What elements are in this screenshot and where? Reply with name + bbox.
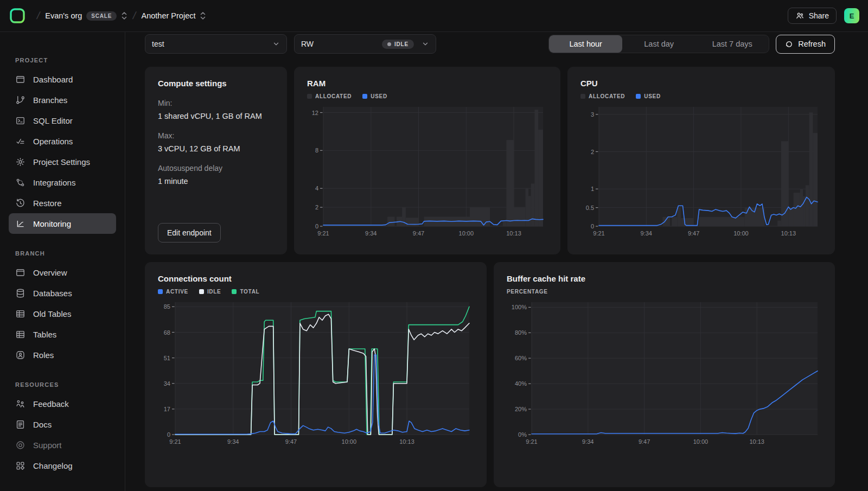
legend-swatch-icon: [307, 94, 312, 99]
sidebar-item-tables[interactable]: Tables: [9, 324, 116, 345]
refresh-label: Refresh: [798, 40, 826, 48]
settings-icon: [15, 157, 25, 167]
buffer-cache-chart: 0%20%40%60%80%100%9:219:349:4710:0010:13: [507, 299, 822, 447]
sidebar-section-title: BRANCH: [15, 250, 116, 257]
sidebar-item-roles[interactable]: Roles: [9, 345, 116, 365]
ram-chart: 0248129:219:349:4710:0010:13: [307, 104, 547, 238]
chart-title: Buffer cache hit rate: [507, 274, 822, 283]
breadcrumb-project[interactable]: Another Project: [142, 11, 207, 20]
range-tab-last-day[interactable]: Last day: [622, 35, 695, 53]
sidebar-item-old-tables[interactable]: Old Tables: [9, 303, 116, 324]
legend-item-allocated: ALLOCATED: [580, 93, 625, 99]
svg-text:9:21: 9:21: [593, 230, 604, 237]
org-name: Evan's org: [45, 11, 82, 20]
org-switcher-icon[interactable]: [121, 11, 127, 20]
operations-icon: [15, 136, 25, 146]
legend-item-active: ACTIVE: [158, 289, 188, 295]
docs-icon: [15, 419, 25, 430]
share-button[interactable]: Share: [788, 8, 837, 24]
svg-text:10:13: 10:13: [506, 230, 521, 237]
plan-badge: SCALE: [86, 11, 117, 21]
sidebar-item-dashboard[interactable]: Dashboard: [9, 69, 116, 90]
chart-legend: ALLOCATEDUSED: [580, 93, 822, 99]
sidebar-item-label: SQL Editor: [33, 116, 73, 125]
edit-endpoint-button[interactable]: Edit endpoint: [158, 223, 221, 243]
legend-label: ALLOCATED: [589, 93, 625, 99]
range-tab-last-hour[interactable]: Last hour: [549, 35, 622, 53]
range-tab-last-7-days[interactable]: Last 7 days: [695, 35, 769, 53]
endpoint-select-value: RW: [301, 40, 314, 48]
share-users-icon: [795, 11, 805, 20]
compute-row-label: Min:: [158, 99, 274, 107]
breadcrumb-separator: /: [36, 10, 41, 22]
svg-text:9:34: 9:34: [582, 438, 593, 445]
svg-text:2: 2: [591, 149, 594, 155]
compute-row-value: 1 minute: [158, 177, 274, 186]
legend-label: PERCENTAGE: [507, 289, 548, 295]
sidebar-item-changelog[interactable]: Changelog: [9, 455, 116, 476]
legend-label: USED: [644, 93, 661, 99]
legend-swatch-icon: [580, 94, 585, 99]
feedback-icon: [15, 399, 25, 409]
legend-label: ACTIVE: [166, 289, 188, 295]
legend-swatch-icon: [199, 289, 204, 294]
endpoint-select[interactable]: RW IDLE: [294, 34, 436, 54]
svg-text:9:21: 9:21: [526, 438, 537, 445]
svg-text:3: 3: [591, 111, 594, 118]
endpoint-status-badge: IDLE: [382, 40, 414, 49]
neon-logo[interactable]: [9, 7, 26, 24]
sidebar-item-restore[interactable]: Restore: [9, 193, 116, 213]
legend-swatch-icon: [232, 289, 237, 294]
svg-text:68: 68: [164, 329, 170, 336]
user-avatar[interactable]: E: [844, 8, 859, 23]
sidebar-section-title: PROJECT: [15, 57, 116, 63]
branch-select[interactable]: test: [145, 34, 287, 54]
endpoint-status-label: IDLE: [394, 41, 409, 47]
svg-text:4: 4: [315, 185, 318, 192]
sidebar-item-operations[interactable]: Operations: [9, 131, 116, 151]
integrations-icon: [15, 177, 25, 188]
databases-icon: [15, 288, 25, 298]
svg-text:10:00: 10:00: [693, 438, 709, 445]
legend-swatch-icon: [158, 289, 163, 294]
cpu-chart: 00.51239:219:349:4710:0010:13: [580, 104, 822, 238]
branch-select-value: test: [152, 40, 164, 48]
ram-chart-card: RAM ALLOCATEDUSED 0248129:219:349:4710:0…: [294, 67, 560, 254]
chevron-down-icon: [422, 40, 429, 48]
sidebar: PROJECTDashboardBranchesSQL EditorOperat…: [0, 32, 125, 491]
sidebar-item-docs[interactable]: Docs: [9, 414, 116, 435]
sidebar-item-databases[interactable]: Databases: [9, 283, 116, 303]
sidebar-item-project-settings[interactable]: Project Settings: [9, 151, 116, 172]
chart-title: Connections count: [158, 274, 474, 283]
legend-label: TOTAL: [240, 289, 259, 295]
refresh-button[interactable]: Refresh: [776, 35, 835, 54]
time-range-tabs: Last hourLast dayLast 7 days: [548, 35, 769, 53]
svg-text:60%: 60%: [515, 355, 527, 361]
svg-text:20%: 20%: [515, 406, 527, 412]
overview-icon: [15, 267, 25, 278]
svg-text:51: 51: [164, 355, 170, 361]
breadcrumb-org[interactable]: Evan's org SCALE: [45, 11, 127, 21]
sidebar-item-branches[interactable]: Branches: [9, 90, 116, 110]
table-icon: [15, 309, 25, 319]
sidebar-section-title: RESOURCES: [15, 381, 116, 388]
connections-chart: 017345168859:219:349:4710:0010:13: [158, 299, 474, 447]
cpu-chart-card: CPU ALLOCATEDUSED 00.51239:219:349:4710:…: [567, 67, 835, 254]
sidebar-item-label: Operations: [33, 137, 73, 146]
sidebar-section-branch: BRANCHOverviewDatabasesOld TablesTablesR…: [9, 250, 116, 365]
branches-icon: [15, 95, 25, 105]
sidebar-item-label: Roles: [33, 350, 54, 360]
table-icon: [15, 329, 25, 340]
svg-text:34: 34: [164, 380, 170, 387]
project-switcher-icon[interactable]: [200, 11, 206, 20]
sidebar-item-monitoring[interactable]: Monitoring: [9, 213, 116, 234]
legend-item-total: TOTAL: [232, 289, 259, 295]
sidebar-item-integrations[interactable]: Integrations: [9, 172, 116, 193]
sidebar-item-support[interactable]: Support: [9, 435, 116, 455]
sidebar-item-feedback[interactable]: Feedback: [9, 393, 116, 414]
breadcrumb-separator: /: [132, 10, 137, 22]
sidebar-item-overview[interactable]: Overview: [9, 262, 116, 283]
compute-row-value: 3 vCPU, 12 GB of RAM: [158, 144, 274, 153]
roles-icon: [15, 350, 25, 360]
sidebar-item-sql-editor[interactable]: SQL Editor: [9, 110, 116, 131]
